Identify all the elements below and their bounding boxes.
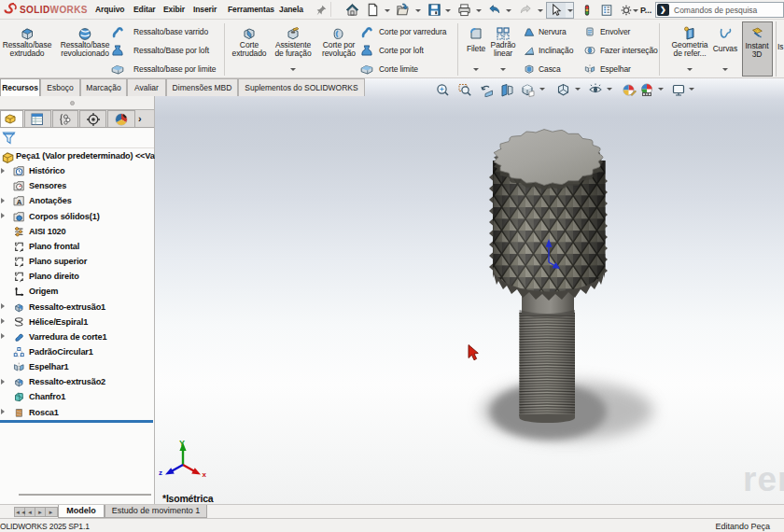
svg-text:*Isométrica: *Isométrica bbox=[162, 493, 214, 504]
svg-text:A: A bbox=[17, 198, 22, 206]
svg-text:x: x bbox=[203, 470, 207, 479]
svg-text:z: z bbox=[159, 469, 162, 477]
svg-text:Y: Y bbox=[179, 439, 185, 448]
